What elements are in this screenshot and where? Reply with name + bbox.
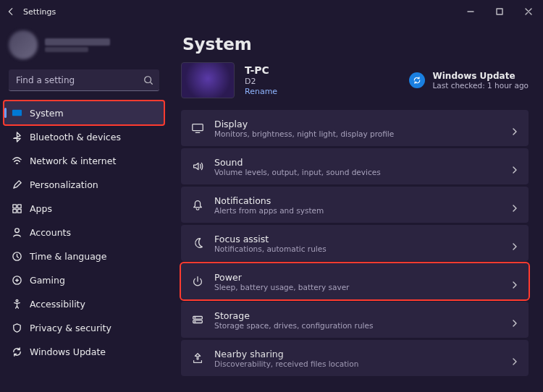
search-box[interactable] [9,69,159,91]
device-model: D2 [245,77,277,86]
sidebar-item-time[interactable]: Time & language [4,244,164,268]
chevron-right-icon [511,354,518,362]
update-icon [12,346,22,357]
display-icon [191,122,204,135]
device-thumbnail[interactable] [181,62,235,98]
sidebar-item-update[interactable]: Windows Update [4,340,164,363]
power-icon [191,275,204,288]
svg-rect-4 [17,204,21,208]
share-icon [191,351,204,365]
gaming-icon [12,275,22,286]
sidebar-item-label: Personalization [30,179,98,190]
row-title: Power [214,272,349,283]
back-icon[interactable] [6,7,16,17]
sidebar-item-privacy[interactable]: Privacy & security [4,316,164,339]
sound-icon [191,160,204,173]
sidebar-item-accounts[interactable]: Accounts [4,221,164,244]
row-storage[interactable]: StorageStorage space, drives, configurat… [181,302,529,338]
chevron-right-icon [511,278,518,285]
search-icon [143,74,153,85]
sidebar-item-label: Apps [30,203,52,214]
avatar [9,30,38,59]
device-hero: T-PC D2 Rename Windows Update Last check… [181,62,529,98]
chevron-right-icon [511,239,518,247]
row-title: Display [214,119,394,129]
row-sub: Alerts from apps and system [214,206,324,215]
sidebar-item-label: Accessibility [30,299,85,310]
sidebar-item-network[interactable]: Network & internet [4,149,164,172]
chevron-right-icon [511,201,518,208]
update-sub: Last checked: 1 hour ago [432,81,529,90]
user-email [45,47,88,52]
settings-list: DisplayMonitors, brightness, night light… [181,110,529,376]
update-circle-icon [409,72,425,88]
moon-icon [191,237,204,250]
svg-point-7 [15,228,20,232]
svg-rect-6 [17,209,21,213]
close-button[interactable] [514,0,543,23]
svg-rect-2 [12,109,22,115]
bell-icon [191,198,204,211]
apps-icon [12,203,22,214]
sidebar-item-personalization[interactable]: Personalization [4,173,164,196]
row-display[interactable]: DisplayMonitors, brightness, night light… [181,110,529,146]
row-sub: Sleep, battery usage, battery saver [214,283,349,291]
minimize-button[interactable] [456,0,485,23]
sidebar-item-accessibility[interactable]: Accessibility [4,292,164,315]
sidebar-item-gaming[interactable]: Gaming [4,268,164,291]
sidebar-item-label: Network & internet [30,155,116,166]
storage-icon [191,313,204,326]
search-input[interactable] [16,75,138,85]
maximize-button[interactable] [485,0,514,23]
svg-point-15 [195,321,195,322]
svg-point-1 [145,77,151,83]
device-name: T-PC [245,64,277,76]
windows-update-block[interactable]: Windows Update Last checked: 1 hour ago [409,71,529,90]
svg-rect-0 [497,9,502,14]
sidebar-item-label: System [30,108,64,119]
row-title: Focus assist [214,234,327,244]
row-sound[interactable]: SoundVolume levels, output, input, sound… [181,148,529,184]
row-sub: Discoverability, received files location [214,359,358,368]
titlebar: Settings [0,0,543,23]
sidebar: System Bluetooth & devices Network & int… [0,23,168,392]
sidebar-item-system[interactable]: System [4,101,164,124]
row-notifications[interactable]: NotificationsAlerts from apps and system [181,187,529,223]
sidebar-item-label: Gaming [30,275,65,286]
bluetooth-icon [12,132,22,142]
svg-point-10 [16,299,18,302]
row-title: Nearby sharing [214,349,358,359]
brush-icon [12,179,22,190]
row-sub: Notifications, automatic rules [214,244,327,253]
chevron-right-icon [511,124,518,132]
sidebar-item-label: Privacy & security [30,323,111,333]
user-account-row[interactable] [4,27,164,65]
svg-rect-5 [13,209,17,213]
system-icon [12,108,22,119]
sidebar-item-label: Accounts [30,227,71,238]
svg-rect-11 [193,124,203,131]
row-title: Sound [214,157,381,168]
svg-rect-3 [13,204,17,208]
sidebar-nav: System Bluetooth & devices Network & int… [4,101,164,363]
account-icon [12,227,22,238]
page-title: System [182,35,529,54]
window-title: Settings [23,7,56,17]
row-sub: Storage space, drives, configuration rul… [214,321,373,330]
sidebar-item-bluetooth[interactable]: Bluetooth & devices [4,125,164,148]
row-power[interactable]: PowerSleep, battery usage, battery saver [181,263,529,299]
accessibility-icon [12,299,22,310]
row-title: Notifications [214,195,324,206]
clock-icon [12,251,22,262]
user-name [45,38,110,46]
chevron-right-icon [511,163,518,170]
row-sub: Monitors, brightness, night light, displ… [214,129,394,138]
sidebar-item-apps[interactable]: Apps [4,197,164,220]
row-nearby-sharing[interactable]: Nearby sharingDiscoverability, received … [181,340,529,376]
row-focus-assist[interactable]: Focus assistNotifications, automatic rul… [181,225,529,261]
rename-link[interactable]: Rename [245,87,277,96]
sidebar-item-label: Windows Update [30,346,106,357]
main-panel: System T-PC D2 Rename Windows Update Las… [168,23,543,392]
sidebar-item-label: Bluetooth & devices [30,132,121,142]
wifi-icon [12,155,22,166]
